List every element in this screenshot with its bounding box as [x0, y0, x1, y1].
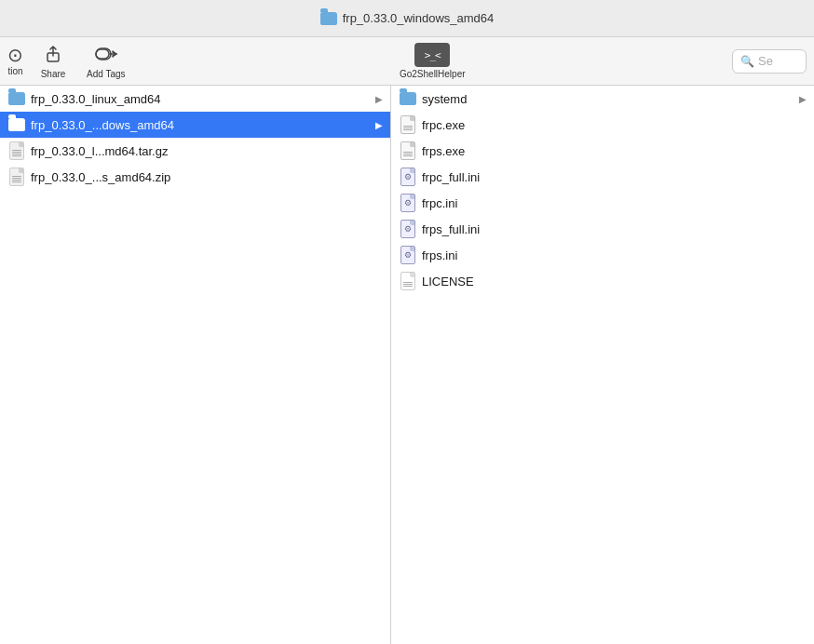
- item-label-frps_exe: frps.exe: [422, 144, 807, 158]
- folder-icon: [8, 92, 25, 105]
- item-label-zip_file: frp_0.33.0_...s_amd64.zip: [31, 170, 383, 184]
- chevron-icon: ▶: [375, 120, 383, 130]
- item-label-linux_amd64_folder: frp_0.33.0_linux_amd64: [31, 92, 372, 106]
- item-label-windows_amd64_folder: frp_0.33.0_...dows_amd64: [31, 118, 372, 132]
- go2shell-button[interactable]: >_< Go2ShellHelper: [390, 39, 475, 83]
- go2shell-label: Go2ShellHelper: [400, 69, 466, 79]
- archive-file-icon: [9, 168, 24, 186]
- item-label-systemd_folder: systemd: [422, 92, 795, 106]
- add-tags-button[interactable]: Add Tags: [79, 40, 133, 83]
- ini-file-icon: ⚙: [400, 194, 415, 212]
- toolbar: ⊙ tion Share Add Tags: [0, 37, 814, 86]
- item-icon-wrap: [7, 117, 26, 132]
- item-icon-wrap: [399, 274, 417, 288]
- item-icon-wrap: ⚙: [399, 248, 417, 262]
- item-icon-wrap: [7, 143, 26, 158]
- search-area[interactable]: 🔍 Se: [732, 49, 807, 74]
- share-button[interactable]: Share: [31, 40, 75, 83]
- item-icon-wrap: ⚙: [399, 169, 417, 184]
- list-item-frps_full_ini[interactable]: ⚙frps_full.ini: [391, 216, 814, 242]
- list-item-zip_file[interactable]: frp_0.33.0_...s_amd64.zip: [0, 164, 390, 190]
- item-label-frpc_ini: frpc.ini: [422, 196, 807, 210]
- list-item-frps_exe[interactable]: frps.exe: [391, 138, 814, 164]
- item-icon-wrap: [7, 169, 26, 184]
- archive-file-icon: [9, 141, 24, 160]
- list-item-systemd_folder[interactable]: systemd▶: [391, 86, 814, 112]
- list-item-frpc_ini[interactable]: ⚙frpc.ini: [391, 190, 814, 216]
- list-item-frpc_full_ini[interactable]: ⚙frpc_full.ini: [391, 164, 814, 190]
- search-icon: 🔍: [740, 55, 754, 68]
- ini-file-icon: ⚙: [400, 246, 415, 264]
- item-icon-wrap: ⚙: [399, 195, 417, 210]
- exe-file-icon: [400, 115, 415, 134]
- list-item-frpc_exe[interactable]: frpc.exe: [391, 112, 814, 138]
- folder-icon: [400, 92, 416, 105]
- item-icon-wrap: [399, 91, 417, 106]
- share-label: Share: [41, 69, 66, 79]
- search-placeholder: Se: [758, 54, 773, 68]
- ini-file-icon: ⚙: [400, 168, 415, 186]
- item-icon-wrap: ⚙: [399, 221, 417, 236]
- window-title: frp_0.33.0_windows_amd64: [320, 11, 495, 25]
- list-item-license[interactable]: LICENSE: [391, 268, 814, 294]
- item-icon-wrap: [7, 91, 26, 106]
- terminal-icon: >_<: [414, 43, 450, 67]
- main-content: frp_0.33.0_linux_amd64▶frp_0.33.0_...dow…: [0, 86, 814, 644]
- list-item-linux_amd64_folder[interactable]: frp_0.33.0_linux_amd64▶: [0, 86, 390, 112]
- ini-file-icon: ⚙: [400, 220, 415, 238]
- chevron-icon: ▶: [375, 94, 383, 104]
- item-label-frps_ini: frps.ini: [422, 248, 807, 262]
- title-folder-icon: [320, 12, 337, 25]
- item-label-linux_tar: frp_0.33.0_l...md64.tar.gz: [31, 144, 383, 158]
- exe-file-icon: [400, 141, 415, 160]
- title-bar: frp_0.33.0_windows_amd64: [0, 0, 814, 37]
- folder-icon: [8, 118, 25, 131]
- item-icon-wrap: [399, 117, 417, 132]
- action-button-partial[interactable]: ⊙ tion: [7, 42, 27, 80]
- svg-rect-2: [96, 49, 109, 59]
- list-item-frps_ini[interactable]: ⚙frps.ini: [391, 242, 814, 268]
- item-label-frpc_full_ini: frpc_full.ini: [422, 170, 807, 184]
- action-label: tion: [7, 66, 22, 76]
- item-icon-wrap: [399, 143, 417, 158]
- item-label-license: LICENSE: [422, 275, 807, 288]
- text-file-icon: [400, 272, 415, 290]
- right-column: systemd▶frpc.exefrps.exe⚙frpc_full.ini⚙f…: [391, 86, 814, 644]
- list-item-windows_amd64_folder[interactable]: frp_0.33.0_...dows_amd64▶: [0, 112, 390, 138]
- add-tags-icon: [94, 44, 118, 67]
- item-label-frpc_exe: frpc.exe: [422, 118, 807, 132]
- title-text: frp_0.33.0_windows_amd64: [343, 11, 495, 25]
- list-item-linux_tar[interactable]: frp_0.33.0_l...md64.tar.gz: [0, 138, 390, 164]
- chevron-icon: ▶: [799, 94, 807, 104]
- add-tags-label: Add Tags: [87, 69, 126, 79]
- left-column: frp_0.33.0_linux_amd64▶frp_0.33.0_...dow…: [0, 86, 391, 644]
- share-icon: [43, 44, 63, 67]
- item-label-frps_full_ini: frps_full.ini: [422, 222, 807, 236]
- action-icon: ⊙: [7, 46, 23, 64]
